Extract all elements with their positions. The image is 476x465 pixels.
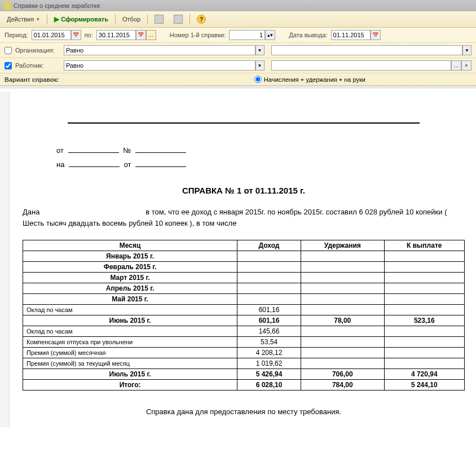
filter-button[interactable]: Отбор <box>119 15 144 24</box>
window-title: Справки о среднем заработке <box>14 2 100 9</box>
table-header: Удержания <box>301 240 384 251</box>
period-from-input[interactable] <box>32 30 71 40</box>
doc-title: СПРАВКА № 1 от 01.11.2015 г. <box>23 186 465 195</box>
worker-op-select[interactable] <box>64 60 255 71</box>
form-button[interactable]: ▶ Сформировать <box>51 14 112 24</box>
period-row: Период: 📅 по: 📅 … Номер 1-й справки: ▴▾ … <box>0 28 476 43</box>
table-row: Май 2015 г. <box>23 294 465 305</box>
ref-num-label: Номер 1-й справки: <box>170 32 226 38</box>
form-label: Сформировать <box>61 16 108 23</box>
dropdown-arrow-icon[interactable]: ▼ <box>255 45 265 55</box>
worker-row: Работник: ▼ … × <box>0 58 476 73</box>
help-button[interactable]: ? <box>193 14 209 25</box>
cell-pay <box>384 358 464 369</box>
app-icon <box>3 2 11 10</box>
toolbar-separator <box>147 14 148 24</box>
cell-pay <box>384 273 464 283</box>
worker-checkbox[interactable] <box>5 62 12 69</box>
table-row: Апрель 2015 г. <box>23 283 465 294</box>
worker-value-input[interactable] <box>271 60 452 71</box>
cell-income <box>237 283 301 294</box>
variant-radio[interactable] <box>254 76 262 83</box>
cell-income: 601,16 <box>237 305 301 315</box>
table-row: Февраль 2015 г. <box>23 262 465 273</box>
cell-pay <box>384 262 464 273</box>
cell-withhold <box>301 294 384 305</box>
cell-income: 145,66 <box>237 326 301 337</box>
cell-income: 1 019,62 <box>237 358 301 369</box>
cell-label: Премия (суммой) за текущий месяц <box>23 358 237 369</box>
cell-withhold <box>301 305 384 315</box>
table-row: Оклад по часам145,66 <box>23 326 465 337</box>
income-table: МесяцДоходУдержанияК выплате Январь 2015… <box>23 240 465 391</box>
cell-label: Оклад по часам <box>23 305 237 315</box>
calendar-button[interactable]: 📅 <box>71 30 81 40</box>
title-bar: Справки о среднем заработке <box>0 0 476 11</box>
cell-income <box>237 273 301 283</box>
clear-button[interactable]: × <box>461 60 471 71</box>
cell-withhold: 706,00 <box>301 369 384 380</box>
ref-num-input[interactable] <box>229 30 265 40</box>
doc-meta-from: от № <box>56 146 465 155</box>
cell-label: Февраль 2015 г. <box>23 262 237 273</box>
calendar-button[interactable]: 📅 <box>371 30 381 40</box>
document-area: от № на от СПРАВКА № 1 от 01.11.2015 г. … <box>0 86 476 427</box>
chevron-down-icon: ▼ <box>36 17 40 22</box>
cell-withhold <box>301 251 384 262</box>
cell-label: Май 2015 г. <box>23 294 237 305</box>
dropdown-arrow-icon[interactable]: ▼ <box>255 60 265 71</box>
actions-menu-button[interactable]: Действия ▼ <box>3 15 43 24</box>
cell-income <box>237 294 301 305</box>
ellipsis-button[interactable]: … <box>451 60 461 71</box>
cell-label: Итого: <box>23 380 237 391</box>
org-checkbox[interactable] <box>5 47 12 54</box>
doc-intro: Дана в том, что ее доход с января 2015г.… <box>23 207 465 229</box>
cell-withhold <box>301 337 384 348</box>
cell-income: 6 028,10 <box>237 380 301 391</box>
dropdown-arrow-icon[interactable]: ▼ <box>462 45 471 55</box>
period-to-input[interactable] <box>96 30 136 40</box>
table-header: К выплате <box>384 240 464 251</box>
toolbar-separator <box>189 14 190 24</box>
cell-label: Компенсация отпуска при увольнени <box>23 337 237 348</box>
table-row: Июнь 2015 г.601,1678,00523,16 <box>23 315 465 326</box>
org-op-select[interactable] <box>64 45 255 55</box>
calendar-button[interactable]: 📅 <box>136 30 146 40</box>
org-value-input[interactable] <box>271 45 463 55</box>
output-date-label: Дата вывода: <box>289 32 327 38</box>
table-header: Доход <box>237 240 301 251</box>
cell-withhold <box>301 326 384 337</box>
tool-button-2[interactable] <box>170 14 186 25</box>
cell-withhold <box>301 273 384 283</box>
cell-withhold <box>301 348 384 358</box>
spinner-button[interactable]: ▴▾ <box>265 30 275 40</box>
period-select-button[interactable]: … <box>146 30 156 40</box>
play-icon: ▶ <box>54 15 59 23</box>
org-row: Организация: ▼ ▼ <box>0 43 476 58</box>
cell-label: Премия (суммой) месячная <box>23 348 237 358</box>
toolbar-separator <box>115 14 116 24</box>
output-date-input[interactable] <box>331 30 371 40</box>
tool-button-1[interactable] <box>151 14 167 25</box>
cell-withhold: 78,00 <box>301 315 384 326</box>
period-to-label: по: <box>85 32 93 38</box>
actions-label: Действия <box>7 16 34 23</box>
cell-pay <box>384 337 464 348</box>
cell-label: Июль 2015 г. <box>23 369 237 380</box>
cell-pay <box>384 326 464 337</box>
cell-income: 4 208,12 <box>237 348 301 358</box>
worker-label: Работник: <box>15 62 60 69</box>
cell-pay <box>384 283 464 294</box>
cell-income: 5 426,94 <box>237 369 301 380</box>
table-row: Компенсация отпуска при увольнени53,54 <box>23 337 465 348</box>
variant-radio-label: Начисления + удержания + на руки <box>264 76 365 83</box>
help-icon: ? <box>197 15 206 24</box>
variant-label: Вариант справок: <box>5 76 59 83</box>
table-row: Оклад по часам601,16 <box>23 305 465 315</box>
table-row: Январь 2015 г. <box>23 251 465 262</box>
filter-label: Отбор <box>122 16 140 23</box>
cell-pay <box>384 348 464 358</box>
cell-withhold <box>301 283 384 294</box>
cell-label: Оклад по часам <box>23 326 237 337</box>
cell-pay <box>384 294 464 305</box>
